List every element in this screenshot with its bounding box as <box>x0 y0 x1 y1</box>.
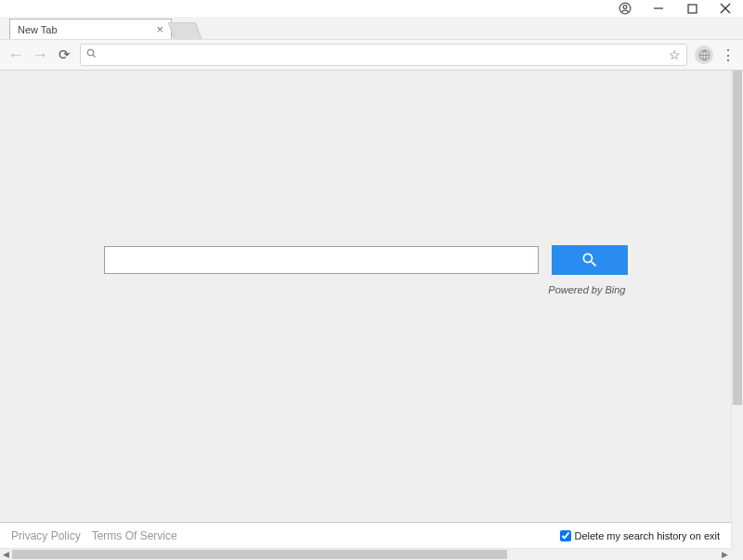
tab-title: New Tab <box>18 24 58 35</box>
kebab-menu-icon[interactable]: ⋮ <box>721 46 736 64</box>
privacy-policy-link[interactable]: Privacy Policy <box>11 529 81 542</box>
magnifier-icon <box>580 251 599 269</box>
new-tab-button[interactable] <box>168 22 202 39</box>
search-button[interactable] <box>552 245 628 275</box>
window-titlebar <box>0 0 743 17</box>
search-center: Powered by Bing <box>104 245 628 295</box>
browser-tab[interactable]: New Tab × <box>9 19 172 39</box>
footer-right: Delete my search history on exit <box>560 530 720 541</box>
address-input[interactable] <box>102 48 665 61</box>
horizontal-scroll-track[interactable] <box>12 549 719 560</box>
bookmark-star-icon[interactable]: ☆ <box>669 47 681 62</box>
terms-of-service-link[interactable]: Terms Of Service <box>92 529 177 542</box>
user-account-icon[interactable] <box>619 2 632 15</box>
vertical-scroll-thumb[interactable] <box>733 71 742 405</box>
scroll-right-icon[interactable]: ▶ <box>719 549 731 561</box>
tab-close-icon[interactable]: × <box>156 23 163 35</box>
reload-button[interactable]: ⟳ <box>56 46 72 63</box>
horizontal-scrollbar[interactable]: ◀ ▶ <box>0 548 731 560</box>
page-footer: Privacy Policy Terms Of Service Delete m… <box>0 522 731 548</box>
svg-point-6 <box>87 49 93 55</box>
window-close-icon[interactable] <box>719 2 732 15</box>
scroll-left-icon[interactable]: ◀ <box>0 549 12 561</box>
search-input[interactable] <box>104 246 539 274</box>
address-bar[interactable]: ☆ <box>80 44 687 66</box>
footer-links: Privacy Policy Terms Of Service <box>11 529 177 542</box>
page-content: Powered by Bing Privacy Policy Terms Of … <box>0 71 731 548</box>
delete-history-checkbox[interactable] <box>560 530 571 541</box>
window-minimize-icon[interactable] <box>652 2 665 15</box>
page-viewport: Powered by Bing Privacy Policy Terms Of … <box>0 71 743 560</box>
window-maximize-icon[interactable] <box>685 2 698 15</box>
search-icon <box>86 48 97 61</box>
svg-line-7 <box>93 55 96 58</box>
back-button[interactable]: ← <box>7 46 24 65</box>
search-row <box>104 245 628 275</box>
svg-rect-3 <box>688 5 697 13</box>
tab-strip: New Tab × <box>0 17 743 39</box>
delete-history-label: Delete my search history on exit <box>574 530 720 541</box>
browser-toolbar: ← → ⟳ ☆ ⋮ <box>0 39 743 71</box>
forward-button[interactable]: → <box>32 46 48 65</box>
powered-by-label: Powered by Bing <box>548 284 625 295</box>
profile-avatar-icon[interactable] <box>695 46 713 64</box>
scrollbar-corner <box>731 548 743 560</box>
svg-point-1 <box>623 6 627 9</box>
horizontal-scroll-thumb[interactable] <box>12 550 507 559</box>
vertical-scrollbar[interactable] <box>731 71 743 548</box>
